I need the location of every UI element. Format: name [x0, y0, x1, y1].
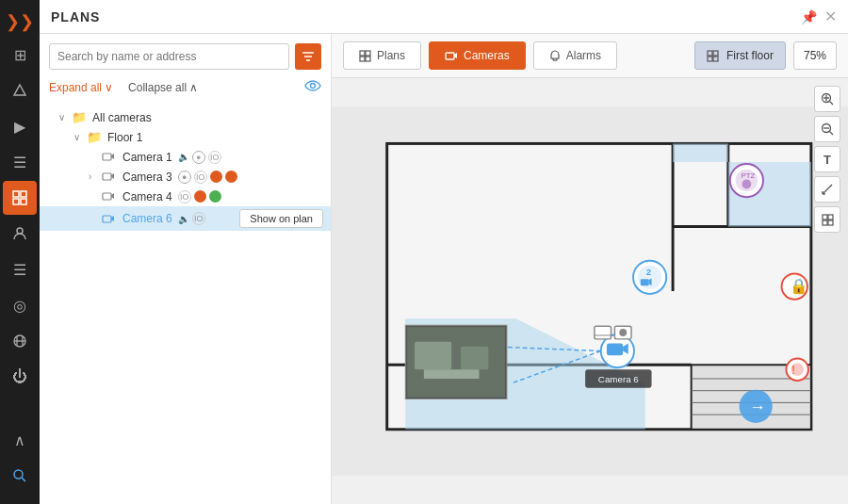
tree-camera3[interactable]: › Camera 3 ● IO — [40, 167, 331, 187]
zoom-in-button[interactable] — [814, 86, 840, 112]
measure-tool-button[interactable] — [814, 176, 840, 203]
sidebar-item-circle[interactable]: ◎ — [3, 288, 37, 322]
zoom-out-button[interactable] — [814, 116, 840, 142]
toggle-cam3: › — [89, 171, 102, 182]
svg-point-15 — [311, 84, 316, 89]
svg-rect-26 — [360, 57, 365, 61]
sidebar-item-events[interactable]: ☰ — [3, 252, 37, 286]
search-input[interactable] — [49, 43, 289, 70]
svg-rect-3 — [13, 199, 19, 204]
sidebar-item-plans[interactable] — [3, 181, 37, 215]
svg-rect-65 — [461, 347, 488, 369]
zoom-display[interactable]: 75% — [793, 41, 837, 70]
svg-rect-33 — [708, 51, 712, 56]
svg-point-10 — [14, 470, 23, 479]
left-panel: Expand all ∨ Collapse all ∧ ∨ 📁 All came… — [40, 34, 332, 504]
badge-io3: IO — [194, 171, 207, 184]
tree-camera6[interactable]: Camera 6 🔈 IO Show on plan — [40, 206, 331, 231]
tab-alarms[interactable]: Alarms — [533, 41, 617, 70]
main-area: PLANS 📌 ✕ Expand all ∨ Collapse all ∧ — [40, 0, 848, 504]
sidebar-collapse-btn[interactable]: ❯❯ — [3, 8, 37, 36]
badge-io: IO — [208, 151, 221, 164]
svg-rect-55 — [595, 326, 612, 339]
svg-rect-1 — [13, 191, 19, 197]
folder-icon: 📁 — [72, 110, 89, 124]
svg-rect-24 — [360, 51, 365, 56]
svg-rect-94 — [828, 215, 833, 219]
collapse-all-link[interactable]: Collapse all ∧ — [128, 81, 198, 94]
svg-rect-66 — [424, 369, 480, 379]
svg-line-89 — [830, 132, 834, 136]
floor-label: First floor — [726, 49, 774, 62]
toggle-root: ∨ — [58, 112, 72, 122]
badge-io6: IO — [192, 212, 205, 225]
camera6-badges: 🔈 IO — [178, 212, 205, 225]
expand-all-link[interactable]: Expand all ∨ — [49, 81, 113, 94]
sidebar-item-search[interactable] — [3, 459, 37, 493]
svg-text:!: ! — [791, 363, 795, 377]
pin-icon[interactable]: 📌 — [801, 9, 817, 24]
close-icon[interactable]: ✕ — [824, 8, 837, 25]
svg-rect-2 — [21, 191, 26, 197]
svg-rect-35 — [708, 57, 712, 61]
show-on-plan-button[interactable]: Show on plan — [239, 209, 323, 228]
svg-rect-70 — [641, 279, 649, 285]
right-panel: Plans Cameras Alarms First floor 75% — [332, 34, 848, 504]
svg-rect-4 — [21, 199, 26, 204]
svg-rect-20 — [103, 193, 111, 200]
chevron-down-icon: ∨ — [105, 81, 113, 94]
svg-rect-18 — [103, 173, 111, 180]
badge-orange4 — [194, 190, 206, 203]
sidebar-item-grid[interactable]: ⊞ — [3, 38, 37, 72]
svg-text:Camera 6: Camera 6 — [598, 374, 639, 384]
svg-line-86 — [830, 102, 834, 106]
svg-rect-95 — [823, 220, 827, 225]
folder-icon-floor: 📁 — [87, 130, 104, 144]
visibility-icon[interactable] — [304, 79, 321, 96]
svg-rect-16 — [103, 154, 111, 160]
floor-selector[interactable]: First floor — [694, 41, 786, 70]
sidebar-item-user[interactable] — [3, 217, 37, 251]
filter-button[interactable] — [295, 43, 321, 70]
search-bar — [40, 34, 331, 75]
svg-point-75 — [742, 180, 751, 189]
sidebar-item-triangle[interactable] — [3, 73, 37, 107]
badge-orange3b — [225, 171, 237, 183]
tree-floor1[interactable]: ∨ 📁 Floor 1 — [40, 127, 331, 147]
sidebar-top: ⊞ ▶ ☰ ☰ ◎ ⏻ — [3, 38, 37, 421]
camera-icon-4 — [102, 189, 119, 203]
badge-io4: IO — [178, 190, 191, 203]
svg-marker-0 — [14, 85, 25, 95]
svg-text:PTZ: PTZ — [741, 171, 755, 180]
sidebar-item-up[interactable]: ∧ — [3, 423, 37, 457]
camera-icon-3 — [102, 170, 119, 184]
plan-toolbar: Plans Cameras Alarms First floor 75% — [332, 34, 848, 78]
camera4-badges: IO — [178, 190, 221, 203]
sidebar-item-network[interactable] — [3, 324, 37, 358]
sidebar-item-play[interactable]: ▶ — [3, 109, 37, 143]
badge-green4 — [209, 190, 221, 203]
camera-icon-6 — [102, 212, 119, 226]
text-tool-button[interactable]: T — [814, 146, 840, 172]
sidebar-item-list[interactable]: ☰ — [3, 145, 37, 179]
tab-cameras[interactable]: Cameras — [429, 41, 526, 70]
tree-camera4[interactable]: Camera 4 IO — [40, 187, 331, 206]
tab-plans[interactable]: Plans — [343, 41, 421, 70]
svg-rect-96 — [828, 220, 833, 225]
sidebar-item-power[interactable]: ⏻ — [3, 360, 37, 394]
floor-plan-svg: Camera 6 — [332, 78, 848, 504]
svg-rect-64 — [415, 342, 451, 369]
expand-collapse-row: Expand all ∨ Collapse all ∧ — [40, 75, 331, 104]
camera3-badges: ● IO — [178, 171, 237, 184]
content-area: Expand all ∨ Collapse all ∧ ∨ 📁 All came… — [40, 34, 848, 504]
page-title: PLANS — [51, 9, 793, 24]
grid-tool-button[interactable] — [814, 206, 840, 233]
side-tools: T — [814, 86, 840, 233]
tree-root[interactable]: ∨ 📁 All cameras — [40, 107, 331, 127]
svg-text:2: 2 — [646, 267, 652, 277]
floor-plan-area: Camera 6 — [332, 78, 848, 504]
svg-rect-51 — [607, 344, 623, 356]
svg-rect-27 — [366, 57, 370, 61]
tree-camera1[interactable]: Camera 1 🔈 ● IO — [40, 147, 331, 167]
badge-orange3a — [210, 171, 222, 183]
